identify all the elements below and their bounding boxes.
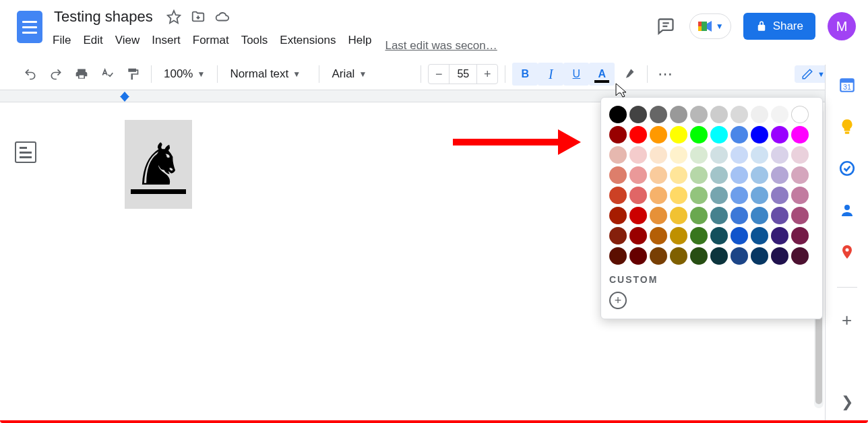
color-swatch[interactable] bbox=[690, 247, 708, 265]
color-swatch[interactable] bbox=[629, 166, 647, 184]
color-swatch[interactable] bbox=[629, 126, 647, 143]
paragraph-style-select[interactable]: Normal text▼ bbox=[224, 63, 312, 86]
color-swatch[interactable] bbox=[629, 227, 647, 245]
color-swatch[interactable] bbox=[650, 247, 667, 265]
color-swatch[interactable] bbox=[609, 146, 627, 164]
side-panel-toggle[interactable]: ❯ bbox=[841, 393, 853, 411]
font-size-value[interactable]: 55 bbox=[449, 65, 477, 84]
color-swatch[interactable] bbox=[771, 207, 788, 224]
move-folder-icon[interactable] bbox=[191, 9, 206, 24]
color-swatch[interactable] bbox=[791, 106, 809, 123]
menu-insert[interactable]: Insert bbox=[152, 34, 181, 47]
color-swatch[interactable] bbox=[791, 146, 809, 164]
color-swatch[interactable] bbox=[670, 247, 687, 265]
keep-addon-icon[interactable] bbox=[838, 117, 857, 136]
menu-format[interactable]: Format bbox=[193, 34, 229, 47]
color-swatch[interactable] bbox=[629, 207, 647, 224]
color-swatch[interactable] bbox=[731, 166, 748, 184]
color-swatch[interactable] bbox=[690, 166, 708, 184]
menu-tools[interactable]: Tools bbox=[241, 34, 268, 47]
print-button[interactable] bbox=[70, 63, 93, 86]
color-swatch[interactable] bbox=[751, 106, 768, 123]
color-swatch[interactable] bbox=[609, 126, 627, 143]
zoom-select[interactable]: 100%▼ bbox=[158, 63, 210, 86]
color-swatch[interactable] bbox=[629, 247, 647, 265]
color-swatch[interactable] bbox=[731, 106, 748, 123]
color-swatch[interactable] bbox=[710, 187, 728, 204]
color-swatch[interactable] bbox=[791, 227, 809, 245]
star-icon[interactable] bbox=[166, 9, 181, 24]
color-swatch[interactable] bbox=[731, 187, 748, 204]
color-swatch[interactable] bbox=[670, 166, 687, 184]
color-swatch[interactable] bbox=[710, 207, 728, 224]
tasks-addon-icon[interactable] bbox=[838, 159, 857, 178]
color-swatch[interactable] bbox=[690, 187, 708, 204]
color-swatch[interactable] bbox=[710, 106, 728, 123]
inserted-shape[interactable]: ♞ bbox=[125, 120, 192, 209]
indent-marker[interactable] bbox=[120, 92, 129, 101]
font-family-select[interactable]: Arial▼ bbox=[326, 63, 414, 86]
color-swatch[interactable] bbox=[751, 187, 768, 204]
color-swatch[interactable] bbox=[791, 247, 809, 265]
color-swatch[interactable] bbox=[731, 207, 748, 224]
color-swatch[interactable] bbox=[731, 247, 748, 265]
get-addons-button[interactable]: + bbox=[838, 311, 857, 329]
italic-button[interactable]: I bbox=[538, 63, 563, 86]
font-size-decrease[interactable]: − bbox=[429, 67, 449, 82]
color-swatch[interactable] bbox=[629, 106, 647, 123]
maps-addon-icon[interactable] bbox=[838, 242, 857, 261]
color-swatch[interactable] bbox=[771, 247, 788, 265]
font-size-increase[interactable]: + bbox=[477, 67, 497, 82]
color-swatch[interactable] bbox=[690, 146, 708, 164]
account-avatar[interactable]: M bbox=[828, 12, 856, 40]
color-swatch[interactable] bbox=[650, 187, 667, 204]
color-swatch[interactable] bbox=[771, 146, 788, 164]
share-button[interactable]: Share bbox=[743, 13, 815, 40]
color-swatch[interactable] bbox=[791, 166, 809, 184]
color-swatch[interactable] bbox=[791, 207, 809, 224]
color-swatch[interactable] bbox=[650, 126, 667, 143]
last-edit-link[interactable]: Last edit was secon… bbox=[385, 39, 497, 58]
color-swatch[interactable] bbox=[670, 106, 687, 123]
color-swatch[interactable] bbox=[609, 227, 627, 245]
color-swatch[interactable] bbox=[670, 207, 687, 224]
undo-button[interactable] bbox=[19, 63, 42, 86]
add-custom-color-button[interactable]: + bbox=[609, 292, 627, 309]
docs-logo-icon[interactable] bbox=[17, 11, 42, 43]
color-swatch[interactable] bbox=[609, 207, 627, 224]
color-swatch[interactable] bbox=[751, 247, 768, 265]
color-swatch[interactable] bbox=[670, 227, 687, 245]
contacts-addon-icon[interactable] bbox=[838, 201, 857, 220]
document-outline-button[interactable] bbox=[15, 141, 36, 163]
menu-view[interactable]: View bbox=[115, 34, 140, 47]
color-swatch[interactable] bbox=[690, 207, 708, 224]
color-swatch[interactable] bbox=[690, 106, 708, 123]
color-swatch[interactable] bbox=[629, 187, 647, 204]
color-swatch[interactable] bbox=[751, 126, 768, 143]
color-swatch[interactable] bbox=[710, 146, 728, 164]
paint-format-button[interactable] bbox=[121, 63, 144, 86]
color-swatch[interactable] bbox=[690, 227, 708, 245]
color-swatch[interactable] bbox=[731, 126, 748, 143]
color-swatch[interactable] bbox=[710, 126, 728, 143]
calendar-addon-icon[interactable]: 31 bbox=[838, 75, 857, 94]
color-swatch[interactable] bbox=[650, 207, 667, 224]
color-swatch[interactable] bbox=[690, 126, 708, 143]
menu-extensions[interactable]: Extensions bbox=[280, 34, 336, 47]
comments-icon[interactable] bbox=[654, 15, 677, 38]
menu-edit[interactable]: Edit bbox=[83, 34, 102, 47]
color-swatch[interactable] bbox=[710, 247, 728, 265]
spellcheck-button[interactable] bbox=[96, 63, 119, 86]
color-swatch[interactable] bbox=[650, 166, 667, 184]
cloud-status-icon[interactable] bbox=[215, 9, 230, 24]
color-swatch[interactable] bbox=[731, 227, 748, 245]
menu-file[interactable]: File bbox=[53, 34, 71, 47]
color-swatch[interactable] bbox=[751, 166, 768, 184]
color-swatch[interactable] bbox=[771, 106, 788, 123]
color-swatch[interactable] bbox=[710, 227, 728, 245]
redo-button[interactable] bbox=[44, 63, 67, 86]
color-swatch[interactable] bbox=[791, 187, 809, 204]
color-swatch[interactable] bbox=[609, 187, 627, 204]
text-color-button[interactable]: A bbox=[589, 63, 615, 86]
color-swatch[interactable] bbox=[751, 207, 768, 224]
